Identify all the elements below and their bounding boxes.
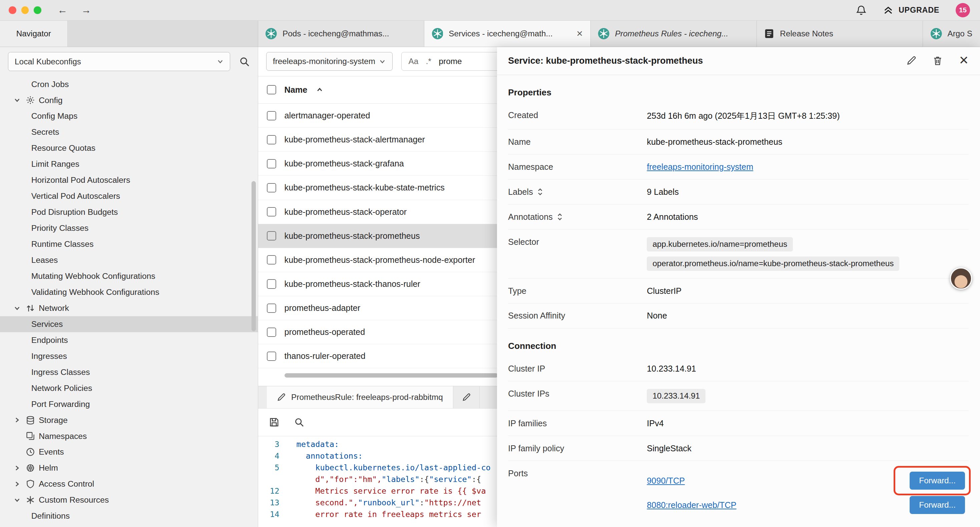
back-icon[interactable]: ← — [57, 4, 67, 16]
sidebar-item-config[interactable]: Config — [0, 92, 258, 108]
close-window-button[interactable] — [9, 6, 16, 14]
sidebar-item-horizontal-pod-autoscalers[interactable]: Horizontal Pod Autoscalers — [0, 172, 258, 188]
notifications-bell-icon[interactable] — [856, 5, 867, 16]
close-tab-icon[interactable]: × — [577, 29, 583, 39]
close-icon[interactable]: ✕ — [959, 55, 969, 67]
sidebar-item-resource-quotas[interactable]: Resource Quotas — [0, 140, 258, 156]
port-forward-button[interactable]: Forward... — [910, 471, 965, 490]
port-link[interactable]: 9090/TCP — [647, 476, 685, 486]
sidebar-item-storage[interactable]: Storage — [0, 412, 258, 428]
sidebar-item-endpoints[interactable]: Endpoints — [0, 332, 258, 348]
sidebar-item-secrets[interactable]: Secrets — [0, 124, 258, 140]
port-link[interactable]: 8080:reloader-web/TCP — [647, 500, 736, 510]
row-checkbox[interactable] — [267, 352, 276, 361]
kubeconfig-selector[interactable]: Local Kubeconfigs — [8, 52, 230, 71]
sidebar-item-label: Cron Jobs — [31, 80, 69, 89]
sidebar-item-namespaces[interactable]: Namespaces — [0, 428, 258, 444]
upgrade-icon — [883, 5, 894, 15]
dock-tab-partial[interactable] — [453, 386, 480, 408]
sidebar-item-label: Pod Disruption Budgets — [31, 207, 118, 217]
sidebar-item-priority-classes[interactable]: Priority Classes — [0, 220, 258, 236]
sidebar-item-cron-jobs[interactable]: Cron Jobs — [0, 76, 258, 92]
line-number: 3 — [258, 439, 287, 450]
sidebar-item-services[interactable]: Services — [0, 316, 258, 332]
sidebar-item-label: Leases — [31, 255, 58, 265]
namespace-link[interactable]: freeleaps-monitoring-system — [647, 162, 753, 172]
sidebar-item-validating-webhook-configurations[interactable]: Validating Webhook Configurations — [0, 284, 258, 300]
tab-prometheus-rules-icecheng[interactable]: Prometheus Rules - icecheng... — [591, 21, 757, 47]
row-checkbox[interactable] — [267, 111, 276, 120]
row-checkbox[interactable] — [267, 207, 276, 217]
sort-ascending-icon[interactable] — [316, 86, 323, 93]
row-checkbox[interactable] — [267, 231, 276, 240]
sidebar-item-pod-disruption-budgets[interactable]: Pod Disruption Budgets — [0, 204, 258, 220]
sidebar-item-config-maps[interactable]: Config Maps — [0, 108, 258, 124]
chevron-right-icon — [12, 465, 22, 471]
sidebar-search-icon[interactable] — [239, 56, 250, 67]
tab-services-icecheng-math[interactable]: Services - icecheng@math...× — [424, 21, 590, 47]
property-row-ip-family-policy: IP family policySingleStack — [508, 436, 969, 461]
match-case-icon[interactable]: Aa — [408, 57, 418, 66]
horizontal-scrollbar-thumb[interactable] — [285, 373, 498, 377]
sidebar-item-port-forwarding[interactable]: Port Forwarding — [0, 396, 258, 412]
sidebar-item-label: Access Control — [39, 479, 94, 489]
config-icon — [26, 96, 35, 105]
sidebar-item-custom-resources[interactable]: Custom Resources — [0, 492, 258, 508]
regex-icon[interactable]: .* — [426, 57, 431, 66]
sidebar-item-ingress-classes[interactable]: Ingress Classes — [0, 364, 258, 380]
sidebar-item-mutating-webhook-configurations[interactable]: Mutating Webhook Configurations — [0, 268, 258, 284]
sidebar-item-access-control[interactable]: Access Control — [0, 476, 258, 492]
row-checkbox[interactable] — [267, 135, 276, 145]
navigator-tab[interactable]: Navigator — [0, 21, 68, 47]
namespaces-icon — [26, 431, 35, 441]
property-label: Selector — [508, 237, 647, 247]
sidebar-item-leases[interactable]: Leases — [0, 252, 258, 268]
sidebar-item-vertical-pod-autoscalers[interactable]: Vertical Pod Autoscalers — [0, 188, 258, 204]
sidebar-item-definitions[interactable]: Definitions — [0, 508, 258, 524]
namespace-selector[interactable]: freeleaps-monitoring-system — [266, 52, 392, 71]
row-checkbox[interactable] — [267, 255, 276, 264]
property-value: 9 Labels — [647, 187, 969, 197]
name-column-header[interactable]: Name — [284, 85, 307, 95]
notification-count-badge[interactable]: 15 — [956, 3, 970, 18]
row-checkbox[interactable] — [267, 279, 276, 288]
property-label: Created — [508, 110, 647, 120]
row-checkbox[interactable] — [267, 328, 276, 337]
tab-release-notes[interactable]: Release Notes — [757, 21, 923, 47]
upgrade-button[interactable]: UPGRADE — [883, 5, 939, 15]
tab-strip: Pods - icecheng@mathmas...Services - ice… — [258, 21, 980, 47]
row-name: kube-prometheus-stack-kube-state-metrics — [284, 183, 445, 193]
sidebar-item-label: Helm — [39, 463, 58, 473]
select-all-checkbox[interactable] — [267, 85, 276, 94]
sidebar-item-ingresses[interactable]: Ingresses — [0, 348, 258, 364]
dock-tab-prometheusrule-freeleaps-prod-rabbitmq[interactable]: PrometheusRule: freeleaps-prod-rabbitmq — [267, 386, 453, 408]
row-checkbox[interactable] — [267, 183, 276, 193]
sidebar-item-runtime-classes[interactable]: Runtime Classes — [0, 236, 258, 252]
tab-argo-s[interactable]: Argo S — [923, 21, 980, 47]
edit-icon[interactable] — [906, 56, 916, 66]
sidebar-item-events[interactable]: Events — [0, 444, 258, 460]
sidebar-item-label: Definitions — [31, 511, 70, 521]
port-forward-button[interactable]: Forward... — [910, 496, 965, 514]
row-checkbox[interactable] — [267, 304, 276, 313]
property-value: IPv4 — [647, 419, 969, 428]
sidebar-item-label: Limit Ranges — [31, 159, 80, 169]
zoom-window-button[interactable] — [34, 6, 41, 14]
property-label: Type — [508, 286, 647, 296]
tab-label: Release Notes — [780, 29, 915, 38]
sidebar-item-helm[interactable]: Helm — [0, 460, 258, 476]
property-row-ip-families: IP familiesIPv4 — [508, 411, 969, 436]
delete-icon[interactable] — [932, 56, 943, 66]
sidebar-item-network-policies[interactable]: Network Policies — [0, 380, 258, 396]
tab-pods-icecheng-mathmas[interactable]: Pods - icecheng@mathmas... — [258, 21, 424, 47]
forward-icon[interactable]: → — [81, 4, 91, 16]
sidebar-item-limit-ranges[interactable]: Limit Ranges — [0, 156, 258, 172]
access-control-icon — [26, 479, 35, 489]
editor-search-icon[interactable] — [294, 417, 304, 427]
row-checkbox[interactable] — [267, 159, 276, 169]
minimize-window-button[interactable] — [21, 6, 29, 14]
save-icon[interactable] — [269, 417, 280, 428]
row-name: prometheus-adapter — [284, 303, 360, 313]
sidebar-item-network[interactable]: Network — [0, 300, 258, 316]
sidebar-scrollbar[interactable] — [251, 181, 256, 331]
